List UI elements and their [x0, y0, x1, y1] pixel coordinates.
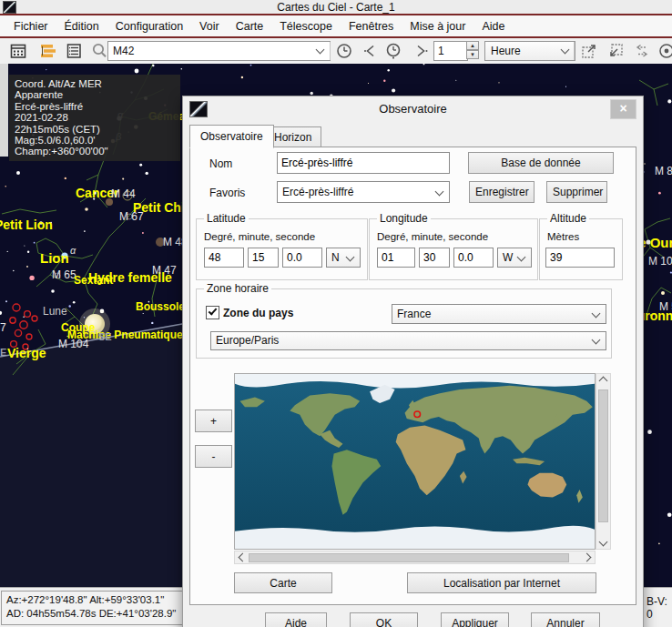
menu-item-3[interactable]: Voir [191, 17, 228, 35]
star [647, 430, 652, 434]
favoris-label: Favoris [209, 187, 245, 199]
star [34, 242, 36, 244]
map-zoom-out-button[interactable]: - [195, 445, 232, 468]
star [122, 178, 124, 180]
nom-label: Nom [209, 157, 232, 170]
menu-item-8[interactable]: Aide [473, 17, 513, 35]
chevron-down-icon [316, 46, 325, 55]
latitude-dir-value: N [331, 251, 340, 264]
spin-down-icon[interactable]: ▼ [466, 50, 479, 59]
longitude-deg-input[interactable] [377, 248, 415, 268]
scroll-up-icon[interactable] [596, 374, 610, 386]
bright-star [61, 252, 67, 258]
menu-item-5[interactable]: Télescope [271, 17, 341, 35]
bright-star [661, 291, 665, 295]
base-de-donnee-button[interactable]: Base de donnée [468, 152, 614, 174]
spin-up-icon[interactable]: ▲ [466, 41, 479, 50]
menu-item-2[interactable]: Configuration [107, 17, 191, 35]
aide-button[interactable]: Aide [265, 612, 327, 627]
star [650, 314, 652, 316]
menu-item-1[interactable]: Édition [56, 17, 107, 35]
pan-arrows-icon[interactable] [633, 42, 651, 60]
longitude-dir-combobox[interactable]: W [497, 248, 532, 268]
star [658, 543, 660, 545]
star [383, 80, 385, 82]
main-toolbar: M42 1 ▲ ▼ Heure [0, 38, 672, 64]
world-map[interactable] [234, 373, 596, 550]
clock-now-icon[interactable] [335, 42, 353, 60]
star [5, 186, 6, 187]
scroll-thumb[interactable] [249, 553, 569, 562]
bright-star [135, 69, 139, 74]
latitude-deg-input[interactable] [204, 248, 244, 268]
menu-item-4[interactable]: Carte [228, 17, 272, 35]
country-combobox[interactable]: France [392, 304, 606, 324]
time-step-spinner[interactable]: ▲ ▼ [466, 41, 479, 61]
menu-item-7[interactable]: Mise à jour [402, 17, 473, 35]
scroll-right-icon[interactable] [581, 551, 595, 563]
scroll-thumb[interactable] [598, 389, 608, 522]
latitude-sec-input[interactable] [282, 248, 322, 268]
time-unit-value: Heure [491, 45, 521, 57]
notes-icon[interactable] [65, 42, 83, 60]
time-backward-icon[interactable] [362, 42, 381, 60]
appliquer-button[interactable]: Appliquer [441, 612, 509, 627]
star [143, 313, 144, 314]
tab-observatoire[interactable]: Observatoire [189, 125, 274, 148]
enregistrer-button[interactable]: Enregistrer [469, 181, 535, 203]
latitude-dir-combobox[interactable]: N [326, 248, 361, 268]
nom-input[interactable] [277, 152, 450, 174]
star [455, 80, 456, 81]
zoom-out-field-icon[interactable] [580, 42, 598, 60]
star [65, 177, 66, 179]
chevron-down-icon [561, 46, 570, 55]
map-horizontal-scrollbar[interactable] [234, 551, 596, 564]
object-search-combobox[interactable]: M42 [107, 41, 331, 61]
scroll-down-icon[interactable] [596, 537, 610, 549]
map-vertical-scrollbar[interactable] [596, 373, 611, 550]
close-icon[interactable]: × [610, 99, 636, 119]
carte-button[interactable]: Carte [234, 572, 332, 593]
star [181, 68, 183, 70]
bright-star [51, 289, 55, 293]
menu-item-6[interactable]: Fenêtres [341, 17, 402, 35]
world-map-image [235, 374, 595, 549]
longitude-sec-input[interactable] [453, 248, 494, 268]
info-line: Mag:5.0/6.0,60.0' [15, 135, 175, 146]
star [667, 99, 671, 103]
star [423, 64, 425, 65]
zone-du-pays-checkbox[interactable] [206, 306, 219, 319]
search-icon[interactable] [90, 42, 108, 60]
longitude-min-input[interactable] [419, 248, 450, 268]
scroll-left-icon[interactable] [235, 551, 249, 563]
observatoire-dialog: Observatoire × Observatoire Horizon Nom … [182, 96, 644, 627]
localisation-internet-button[interactable]: Localisation par Internet [407, 572, 596, 593]
time-forward-icon[interactable] [412, 42, 430, 60]
star [148, 301, 150, 303]
timezone-combobox[interactable]: Europe/Paris [210, 331, 606, 350]
latitude-min-input[interactable] [248, 248, 279, 268]
menu-item-0[interactable]: Fichier [5, 17, 56, 35]
annuler-button[interactable]: Annuler [531, 612, 600, 627]
time-step-input[interactable]: 1 [433, 41, 468, 61]
time-reset-icon[interactable] [384, 42, 402, 60]
star [310, 92, 312, 95]
altitude-title: Altitude [547, 212, 589, 225]
zoom-in-field-icon[interactable] [606, 42, 625, 60]
calendar-icon[interactable] [9, 42, 27, 60]
marked-objects [10, 304, 37, 349]
toolbar-separator [330, 42, 331, 60]
bright-star [39, 221, 43, 225]
altitude-input[interactable] [545, 248, 615, 268]
star [565, 86, 566, 87]
favoris-combobox[interactable]: Ercé-près-liffré [277, 181, 450, 203]
star [27, 348, 29, 349]
info-line: Apparente [15, 89, 175, 100]
ok-button[interactable]: OK [350, 612, 418, 627]
object-list-icon[interactable] [38, 42, 56, 60]
center-target-icon[interactable] [657, 42, 672, 60]
map-zoom-in-button[interactable]: + [195, 410, 232, 432]
timezone-value: Europe/Paris [216, 334, 279, 347]
time-unit-combobox[interactable]: Heure [484, 41, 575, 61]
supprimer-button[interactable]: Supprimer [546, 181, 607, 203]
